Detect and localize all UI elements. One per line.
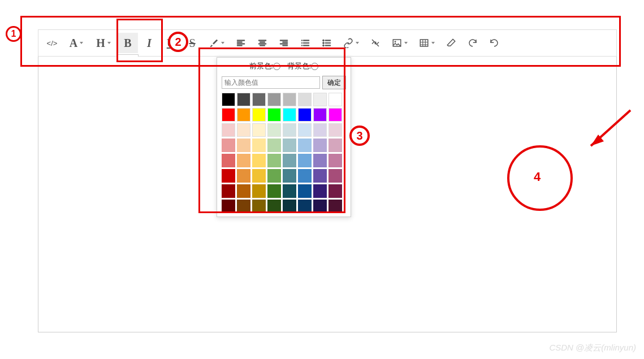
table-button[interactable] [414, 33, 440, 53]
color-swatch[interactable] [222, 123, 235, 137]
align-left-button[interactable] [231, 33, 251, 53]
unordered-list-button[interactable] [317, 33, 337, 53]
image-button[interactable] [387, 33, 413, 53]
color-swatch[interactable] [237, 169, 250, 183]
color-swatch[interactable] [267, 154, 281, 167]
color-swatch[interactable] [267, 108, 281, 122]
svg-point-1 [323, 42, 325, 44]
color-swatch[interactable] [313, 184, 327, 198]
paint-button[interactable] [204, 33, 230, 53]
color-swatch[interactable] [329, 108, 342, 122]
color-swatch[interactable] [283, 123, 296, 137]
align-right-button[interactable] [274, 33, 294, 53]
color-swatch[interactable] [283, 93, 296, 106]
color-swatch[interactable] [329, 93, 342, 106]
editor-content[interactable]: 前景色: 背景色: 确定 [38, 57, 617, 332]
color-confirm-button[interactable]: 确定 [322, 76, 346, 89]
table-icon [419, 38, 429, 48]
color-swatch[interactable] [298, 200, 312, 213]
color-swatch[interactable] [237, 108, 250, 122]
color-swatch[interactable] [298, 123, 312, 137]
color-swatch[interactable] [283, 184, 296, 198]
color-swatch[interactable] [222, 200, 235, 213]
link-button[interactable] [338, 33, 364, 53]
color-swatch[interactable] [237, 93, 250, 106]
color-swatch[interactable] [237, 154, 250, 167]
align-center-icon [257, 38, 267, 48]
undo-button[interactable] [484, 33, 504, 53]
caret-icon [404, 42, 408, 44]
svg-point-2 [323, 45, 325, 46]
color-swatch[interactable] [313, 200, 327, 213]
color-swatch[interactable] [283, 200, 296, 213]
color-swatch[interactable] [329, 123, 342, 137]
fg-radio-label[interactable]: 前景色: [249, 62, 281, 70]
color-swatch[interactable] [222, 108, 235, 122]
color-swatch[interactable] [283, 169, 296, 183]
color-swatch[interactable] [267, 139, 281, 152]
eraser-button[interactable] [441, 33, 461, 53]
color-swatch[interactable] [237, 139, 250, 152]
color-swatch[interactable] [329, 169, 342, 183]
underline-button[interactable]: U [161, 33, 181, 53]
color-swatch[interactable] [329, 154, 342, 167]
color-swatch[interactable] [252, 154, 266, 167]
color-swatch[interactable] [252, 123, 266, 137]
color-swatch[interactable] [252, 200, 266, 213]
annotation-marker-1: 1 [6, 26, 21, 42]
color-swatch[interactable] [313, 108, 327, 122]
color-swatch[interactable] [267, 200, 281, 213]
redo-button[interactable] [463, 33, 483, 53]
color-swatch[interactable] [313, 169, 327, 183]
color-swatch[interactable] [252, 169, 266, 183]
ordered-list-button[interactable] [295, 33, 315, 53]
strikethrough-button[interactable]: S [182, 33, 202, 53]
color-swatch[interactable] [329, 200, 342, 213]
fg-radio[interactable] [273, 63, 280, 70]
color-swatch[interactable] [329, 184, 342, 198]
color-swatch[interactable] [298, 108, 312, 122]
color-swatch[interactable] [313, 123, 327, 137]
color-swatch[interactable] [313, 154, 327, 167]
bold-button[interactable]: B 加粗 [118, 33, 138, 53]
heading-button[interactable]: H [90, 33, 116, 53]
color-swatch[interactable] [222, 169, 235, 183]
color-swatch[interactable] [222, 184, 235, 198]
bg-radio[interactable] [311, 63, 318, 70]
link-icon [343, 38, 353, 48]
color-swatch[interactable] [237, 123, 250, 137]
color-swatch[interactable] [313, 93, 327, 106]
color-swatch[interactable] [267, 184, 281, 198]
color-swatch[interactable] [222, 139, 235, 152]
italic-button[interactable]: I [139, 33, 159, 53]
color-swatch[interactable] [252, 139, 266, 152]
color-swatch[interactable] [329, 139, 342, 152]
color-swatch[interactable] [252, 93, 266, 106]
color-swatch[interactable] [283, 108, 296, 122]
color-swatch[interactable] [298, 139, 312, 152]
toolbar: </> A H B 加粗 I U S [38, 29, 617, 57]
source-code-button[interactable]: </> [42, 33, 62, 53]
color-swatch[interactable] [283, 139, 296, 152]
bg-radio-label[interactable]: 背景色: [287, 62, 319, 70]
fontcolor-button[interactable]: A [63, 33, 89, 53]
color-mode-row: 前景色: 背景色: [217, 58, 351, 73]
color-swatch[interactable] [252, 108, 266, 122]
unlink-button[interactable] [365, 33, 386, 53]
color-swatch[interactable] [222, 93, 235, 106]
color-swatch[interactable] [267, 169, 281, 183]
color-swatch[interactable] [267, 93, 281, 106]
align-center-button[interactable] [252, 33, 273, 53]
color-swatch[interactable] [283, 154, 296, 167]
color-swatch[interactable] [267, 123, 281, 137]
color-swatch[interactable] [222, 154, 235, 167]
color-swatch[interactable] [237, 200, 250, 213]
color-swatch[interactable] [298, 154, 312, 167]
color-swatch[interactable] [298, 184, 312, 198]
color-swatch[interactable] [298, 93, 312, 106]
color-swatch[interactable] [298, 169, 312, 183]
color-swatch[interactable] [252, 184, 266, 198]
color-swatch[interactable] [237, 184, 250, 198]
color-value-input[interactable] [222, 76, 320, 89]
color-swatch[interactable] [313, 139, 327, 152]
